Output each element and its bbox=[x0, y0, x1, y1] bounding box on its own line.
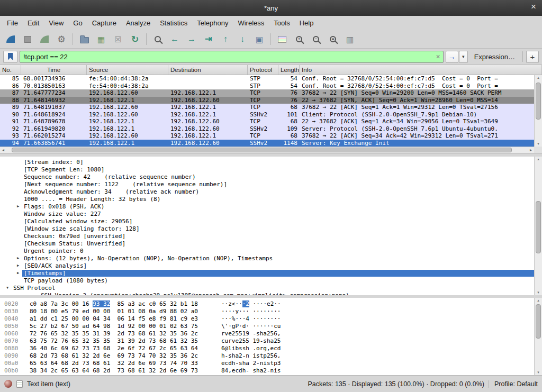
reload-capture-file-button[interactable]: ↻ bbox=[127, 32, 143, 47]
auto-scroll-button[interactable]: ▣ bbox=[251, 32, 267, 47]
menu-file[interactable]: File bbox=[2, 17, 23, 29]
packet-row[interactable]: 9071.648618924192.168.122.60192.168.122.… bbox=[0, 111, 534, 118]
scrollbar-thumb[interactable] bbox=[536, 304, 541, 339]
detail-row[interactable]: Sequence number: 42 (relative sequence n… bbox=[0, 173, 534, 180]
hex-row[interactable]: 0020c0 a8 7a 3c 00 16 93 32 85 a3 ac c0 … bbox=[0, 300, 534, 307]
expert-info-icon[interactable] bbox=[4, 380, 12, 388]
detail-row[interactable]: [Calculated window size: 29056] bbox=[0, 217, 534, 225]
detail-row[interactable]: ▶Flags: 0x018 (PSH, ACK) bbox=[0, 203, 534, 210]
packet-row[interactable]: 8771.647777234192.168.122.60192.168.122.… bbox=[0, 89, 534, 97]
display-filter-input[interactable] bbox=[20, 51, 444, 63]
detail-row[interactable]: [Next sequence number: 1122 (relative se… bbox=[0, 180, 534, 188]
detail-row[interactable]: Window size value: 227 bbox=[0, 210, 534, 217]
menu-help[interactable]: Help bbox=[295, 17, 319, 29]
column-header-protocol[interactable]: Protocol bbox=[248, 65, 278, 75]
menu-telephony[interactable]: Telephony bbox=[192, 17, 233, 29]
detail-row[interactable]: [Window size scaling factor: 128] bbox=[0, 225, 534, 232]
bytes-vscrollbar[interactable]: ▴ ▾ bbox=[534, 298, 542, 375]
expand-arrow-icon[interactable]: ▶ bbox=[14, 271, 22, 275]
go-to-packet-button[interactable]: ⇥ bbox=[201, 32, 216, 47]
hex-row[interactable]: 0040a1 dd c1 25 00 00 04 34 06 14 f5 e8 … bbox=[0, 315, 534, 322]
packet-row[interactable]: 8871.648146932192.168.122.1192.168.122.6… bbox=[0, 97, 534, 104]
expression-button[interactable]: Expression… bbox=[470, 53, 519, 61]
hscrollbar-thumb[interactable] bbox=[12, 148, 512, 152]
detail-row[interactable]: ▶[SEQ/ACK analysis] bbox=[0, 262, 534, 269]
packet-list-hscrollbar[interactable]: ◂ ▸ bbox=[0, 147, 534, 153]
column-header-source[interactable]: Source bbox=[87, 65, 168, 75]
menu-edit[interactable]: Edit bbox=[23, 17, 44, 29]
go-first-packet-button[interactable]: ↑ bbox=[218, 32, 233, 47]
detail-row[interactable]: Urgent pointer: 0 bbox=[0, 247, 534, 254]
start-capture-button[interactable] bbox=[3, 32, 19, 47]
menu-view[interactable]: View bbox=[44, 17, 68, 29]
hex-row[interactable]: 003080 18 00 e5 79 ed 00 00 01 01 08 0a … bbox=[0, 307, 534, 315]
detail-row[interactable]: Acknowledgment number: 34 (relative ack … bbox=[0, 188, 534, 195]
packet-row[interactable]: 9371.662015274192.168.122.60192.168.122.… bbox=[0, 132, 534, 140]
apply-filter-button[interactable]: → bbox=[446, 51, 458, 63]
save-capture-file-button[interactable]: ▦ bbox=[93, 32, 109, 47]
detail-row[interactable]: [Checksum Status: Unverified] bbox=[0, 240, 534, 247]
clear-filter-icon[interactable]: × bbox=[436, 52, 440, 61]
hex-row[interactable]: 00a065 63 64 68 2d 73 68 61 32 2d 6e 69 … bbox=[0, 359, 534, 367]
menu-wireless[interactable]: Wireless bbox=[233, 17, 269, 29]
hex-row[interactable]: 00b038 34 2c 65 63 64 68 2d 73 68 61 32 … bbox=[0, 367, 534, 374]
expand-arrow-icon[interactable]: ▶ bbox=[14, 263, 22, 268]
scroll-left-icon[interactable]: ◂ bbox=[0, 148, 6, 152]
packet-row[interactable]: 8971.648191037192.168.122.60192.168.122.… bbox=[0, 104, 534, 111]
scroll-right-icon[interactable]: ▸ bbox=[528, 148, 534, 152]
filter-bookmark-button[interactable] bbox=[3, 51, 17, 63]
scroll-up-icon[interactable]: ▴ bbox=[535, 76, 542, 80]
colorize-packets-button[interactable] bbox=[274, 32, 290, 47]
detail-row[interactable]: TCP payload (1080 bytes) bbox=[0, 277, 534, 284]
packet-row[interactable]: 8670.013850163fe:54:00:d4:38:2aSTP54Conf… bbox=[0, 83, 534, 90]
go-last-packet-button[interactable]: ↓ bbox=[234, 32, 250, 47]
menu-capture[interactable]: Capture bbox=[87, 17, 121, 29]
detail-row[interactable]: 1000 .... = Header Length: 32 bytes (8) bbox=[0, 195, 534, 203]
packet-list-vscrollbar[interactable]: ▴ ▾ bbox=[534, 75, 542, 147]
detail-row[interactable]: ▶Options: (12 bytes), No-Operation (NOP)… bbox=[0, 254, 534, 262]
column-header-no[interactable]: No. bbox=[0, 65, 21, 75]
status-profile[interactable]: Profile: Default bbox=[489, 380, 538, 388]
resize-columns-button[interactable]: ▥ bbox=[342, 32, 358, 47]
zoom-in-button[interactable]: + bbox=[291, 32, 307, 47]
open-capture-file-button[interactable] bbox=[76, 32, 92, 47]
detail-row[interactable]: Checksum: 0x79ed [unverified] bbox=[0, 232, 534, 240]
expand-arrow-icon[interactable]: ▶ bbox=[14, 256, 22, 260]
column-header-time[interactable]: Time bbox=[21, 65, 87, 75]
scroll-up-icon[interactable]: ▴ bbox=[535, 157, 542, 161]
column-header-info[interactable]: Info bbox=[300, 65, 542, 75]
column-header-destination[interactable]: Destination bbox=[168, 65, 248, 75]
title-bar[interactable]: *any × bbox=[0, 0, 542, 16]
go-forward-button[interactable]: → bbox=[184, 32, 200, 47]
detail-row[interactable]: ▼SSH Protocol bbox=[0, 284, 534, 291]
menu-tools[interactable]: Tools bbox=[269, 17, 294, 29]
scroll-down-icon[interactable]: ▾ bbox=[535, 290, 542, 295]
packet-row[interactable]: 9271.661949820192.168.122.1192.168.122.6… bbox=[0, 125, 534, 133]
packet-row[interactable]: 9171.648789678192.168.122.1192.168.122.6… bbox=[0, 118, 534, 125]
menu-statistics[interactable]: Statistics bbox=[155, 17, 192, 29]
go-back-button[interactable]: ← bbox=[167, 32, 183, 47]
zoom-original-button[interactable]: = bbox=[325, 32, 341, 47]
scroll-up-icon[interactable]: ▴ bbox=[535, 298, 542, 303]
details-vscrollbar[interactable]: ▴ ▾ bbox=[534, 157, 542, 295]
close-capture-file-button[interactable]: ☒ bbox=[110, 32, 126, 47]
hex-row[interactable]: 006072 76 65 32 35 35 31 39 2d 73 68 61 … bbox=[0, 330, 534, 337]
collapse-arrow-icon[interactable]: ▼ bbox=[3, 286, 12, 290]
hex-row[interactable]: 008036 40 6c 69 62 73 73 68 2e 6f 72 67 … bbox=[0, 344, 534, 352]
restart-capture-button[interactable] bbox=[37, 32, 52, 47]
expand-arrow-icon[interactable]: ▶ bbox=[14, 204, 22, 208]
stop-capture-button[interactable] bbox=[20, 32, 35, 47]
packet-row[interactable]: 9471.663856741192.168.122.1192.168.122.6… bbox=[0, 140, 534, 147]
packet-row[interactable]: 8568.001734936fe:54:00:d4:38:2aSTP54Conf… bbox=[0, 75, 534, 83]
scrollbar-thumb[interactable] bbox=[536, 201, 541, 254]
scrollbar-thumb[interactable] bbox=[536, 83, 541, 120]
detail-row[interactable]: [Stream index: 0] bbox=[0, 158, 534, 166]
find-packet-button[interactable] bbox=[150, 32, 166, 47]
menu-go[interactable]: Go bbox=[68, 17, 87, 29]
close-window-icon[interactable]: × bbox=[531, 2, 536, 11]
hex-row[interactable]: 009068 2d 73 68 61 32 2d 6e 69 73 74 70 … bbox=[0, 352, 534, 359]
scroll-down-icon[interactable]: ▾ bbox=[535, 370, 542, 375]
column-header-length[interactable]: Length bbox=[278, 65, 300, 75]
zoom-out-button[interactable]: − bbox=[308, 32, 324, 47]
detail-row[interactable]: SSH Version 2 (encryption:chacha20-poly1… bbox=[0, 291, 534, 295]
